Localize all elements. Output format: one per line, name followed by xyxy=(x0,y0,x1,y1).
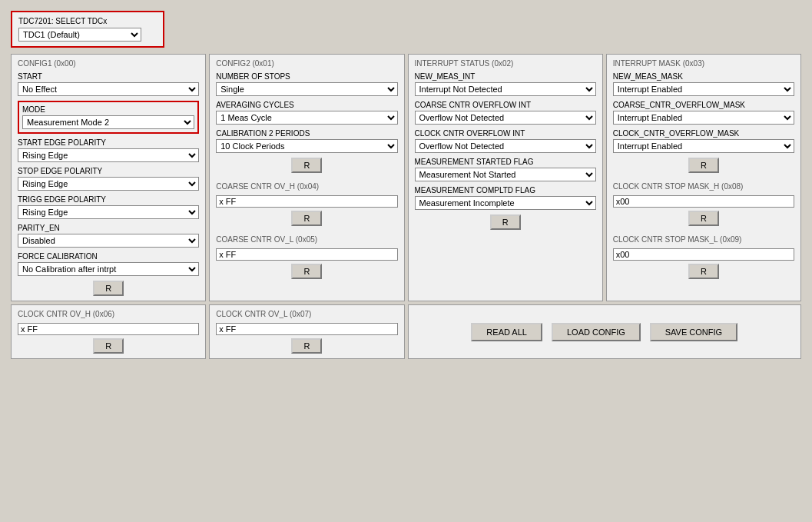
cal2-periods-label: CALIBRATION 2 PERIODS xyxy=(216,129,397,138)
start-field: START No Effect Rising Edge Falling Edge xyxy=(18,72,199,96)
interrupt-status-title: INTERRUPT STATUS (0x02) xyxy=(415,59,596,68)
clock-cntr-ov-l-title: CLOCK CNTR OV_L (0x07) xyxy=(216,310,397,318)
stop-edge-polarity-field: STOP EDGE POLARITY Rising Edge Falling E… xyxy=(18,167,199,191)
bottom-actions-panel: READ ALL LOAD CONFIG SAVE CONFIG xyxy=(408,304,802,359)
config1-title: CONFIG1 (0x00) xyxy=(18,59,199,68)
cal2-periods-select[interactable]: 2 Clock Periods 10 Clock Periods 20 Cloc… xyxy=(216,139,397,153)
measurement-started-flag-select[interactable]: Measurement Not Started Measurement Star… xyxy=(415,168,596,181)
force-calibration-select[interactable]: No Calibration after intrpt Calibration … xyxy=(18,262,199,276)
coarse-cntr-ov-l-group: COARSE CNTR OV_L (0x05) R xyxy=(216,235,397,279)
clock-cntr-stop-mask-l-input[interactable] xyxy=(613,248,794,261)
clock-cntr-overflow-int-label: CLOCK CNTR OVERFLOW INT xyxy=(415,129,596,138)
coarse-cntr-ov-l-r-button[interactable]: R xyxy=(291,264,322,279)
interrupt-status-panel: INTERRUPT STATUS (0x02) NEW_MEAS_INT Int… xyxy=(408,54,603,301)
clock-cntr-ov-h-input[interactable] xyxy=(18,323,199,335)
mode-label: MODE xyxy=(22,105,194,114)
coarse-cntr-ov-h-input[interactable] xyxy=(216,195,397,208)
avg-cycles-select[interactable]: 1 Meas Cycle 2 Meas Cycles 4 Meas Cycles xyxy=(216,111,397,125)
trigg-edge-polarity-field: TRIGG EDGE POLARITY Rising Edge Falling … xyxy=(18,195,199,219)
config1-panel: CONFIG1 (0x00) START No Effect Rising Ed… xyxy=(11,54,206,301)
start-edge-polarity-field: START EDGE POLARITY Rising Edge Falling … xyxy=(18,138,199,162)
clock-cntr-overflow-mask-label: CLOCK_CNTR_OVERFLOW_MASK xyxy=(613,129,794,138)
interrupt-status-r-button[interactable]: R xyxy=(490,214,521,230)
stop-edge-polarity-label: STOP EDGE POLARITY xyxy=(18,167,199,175)
interrupt-mask-panel: INTERRUPT MASK (0x03) NEW_MEAS_MASK Inte… xyxy=(606,54,801,301)
new-meas-int-select[interactable]: Interrupt Not Detected Interrupt Detecte… xyxy=(415,82,596,96)
avg-cycles-field: AVERAGING CYCLES 1 Meas Cycle 2 Meas Cyc… xyxy=(216,101,397,125)
start-select[interactable]: No Effect Rising Edge Falling Edge xyxy=(18,82,199,96)
coarse-cntr-overflow-int-label: COARSE CNTR OVERFLOW INT xyxy=(415,101,596,109)
measurement-compltd-flag-select[interactable]: Measurement Incomplete Measurement Compl… xyxy=(415,196,596,210)
clock-cntr-stop-mask-l-group: CLOCK CNTR STOP MASK_L (0x09) R xyxy=(613,235,794,279)
clock-cntr-overflow-int-select[interactable]: Overflow Not Detected Overflow Detected xyxy=(415,139,596,153)
clock-cntr-stop-mask-h-input[interactable] xyxy=(613,195,794,208)
config2-panel: CONFIG2 (0x01) NUMBER OF STOPS Single 2 … xyxy=(209,54,404,301)
new-meas-mask-select[interactable]: Interrupt Enabled Interrupt Disabled xyxy=(613,82,794,96)
avg-cycles-label: AVERAGING CYCLES xyxy=(216,101,397,109)
new-meas-mask-field: NEW_MEAS_MASK Interrupt Enabled Interrup… xyxy=(613,72,794,96)
config1-r-button[interactable]: R xyxy=(93,281,124,296)
num-stops-select[interactable]: Single 2 Stops 3 Stops xyxy=(216,82,397,96)
start-edge-polarity-select[interactable]: Rising Edge Falling Edge xyxy=(18,148,199,162)
clock-cntr-stop-mask-h-title: CLOCK CNTR STOP MASK_H (0x08) xyxy=(613,182,794,191)
start-label: START xyxy=(18,72,199,81)
clock-cntr-ov-h-r-button[interactable]: R xyxy=(93,338,124,354)
bottom-row: CLOCK CNTR OV_H (0x06) R CLOCK CNTR OV_L… xyxy=(11,304,801,359)
mode-field: MODE Measurement Mode 1 Measurement Mode… xyxy=(22,105,194,129)
clock-cntr-stop-mask-h-group: CLOCK CNTR STOP MASK_H (0x08) R xyxy=(613,182,794,226)
clock-cntr-ov-h-panel: CLOCK CNTR OV_H (0x06) R xyxy=(11,304,206,359)
measurement-started-flag-label: MEASUREMENT STARTED FLAG xyxy=(415,158,596,166)
clock-cntr-stop-mask-l-title: CLOCK CNTR STOP MASK_L (0x09) xyxy=(613,235,794,244)
coarse-cntr-overflow-mask-field: COARSE_CNTR_OVERFLOW_MASK Interrupt Enab… xyxy=(613,101,794,125)
new-meas-int-field: NEW_MEAS_INT Interrupt Not Detected Inte… xyxy=(415,72,596,96)
force-calibration-field: FORCE CALIBRATION No Calibration after i… xyxy=(18,252,199,276)
mode-select[interactable]: Measurement Mode 1 Measurement Mode 2 xyxy=(22,115,194,129)
coarse-cntr-ov-l-input[interactable] xyxy=(216,248,397,261)
start-edge-polarity-label: START EDGE POLARITY xyxy=(18,138,199,147)
main-container: TDC7201: SELECT TDCx TDC1 (Default) TDC2… xyxy=(6,6,806,364)
coarse-cntr-ov-h-title: COARSE CNTR OV_H (0x04) xyxy=(216,182,397,191)
load-config-button[interactable]: LOAD CONFIG xyxy=(552,323,641,341)
parity-en-select[interactable]: Disabled Enabled xyxy=(18,234,199,248)
new-meas-mask-label: NEW_MEAS_MASK xyxy=(613,72,794,81)
num-stops-field: NUMBER OF STOPS Single 2 Stops 3 Stops xyxy=(216,72,397,96)
interrupt-mask-title: INTERRUPT MASK (0x03) xyxy=(613,59,794,68)
coarse-cntr-overflow-int-select[interactable]: Overflow Not Detected Overflow Detected xyxy=(415,111,596,125)
clock-cntr-overflow-mask-field: CLOCK_CNTR_OVERFLOW_MASK Interrupt Enabl… xyxy=(613,129,794,153)
save-config-button[interactable]: SAVE CONFIG xyxy=(650,323,737,341)
main-grid: CONFIG1 (0x00) START No Effect Rising Ed… xyxy=(11,54,801,301)
clock-cntr-overflow-mask-select[interactable]: Interrupt Enabled Interrupt Disabled xyxy=(613,139,794,153)
new-meas-int-label: NEW_MEAS_INT xyxy=(415,72,596,81)
mode-box: MODE Measurement Mode 1 Measurement Mode… xyxy=(18,101,199,134)
tdc-selector-label: TDC7201: SELECT TDCx xyxy=(18,17,157,25)
coarse-cntr-overflow-int-field: COARSE CNTR OVERFLOW INT Overflow Not De… xyxy=(415,101,596,125)
clock-cntr-stop-mask-h-r-button[interactable]: R xyxy=(688,211,719,226)
num-stops-label: NUMBER OF STOPS xyxy=(216,72,397,81)
tdc-selector-box: TDC7201: SELECT TDCx TDC1 (Default) TDC2 xyxy=(11,11,164,48)
clock-cntr-ov-l-panel: CLOCK CNTR OV_L (0x07) R xyxy=(209,304,404,359)
measurement-compltd-flag-field: MEASUREMENT COMPLTD FLAG Measurement Inc… xyxy=(415,186,596,210)
interrupt-mask-r-button[interactable]: R xyxy=(688,158,719,173)
config2-title: CONFIG2 (0x01) xyxy=(216,59,397,68)
trigg-edge-polarity-label: TRIGG EDGE POLARITY xyxy=(18,195,199,204)
measurement-started-flag-field: MEASUREMENT STARTED FLAG Measurement Not… xyxy=(415,158,596,181)
clock-cntr-stop-mask-l-r-button[interactable]: R xyxy=(688,264,719,279)
clock-cntr-ov-h-title: CLOCK CNTR OV_H (0x06) xyxy=(18,310,199,318)
cal2-periods-field: CALIBRATION 2 PERIODS 2 Clock Periods 10… xyxy=(216,129,397,153)
parity-en-field: PARITY_EN Disabled Enabled xyxy=(18,224,199,248)
tdc-selector-select[interactable]: TDC1 (Default) TDC2 xyxy=(18,28,141,42)
clock-cntr-ov-l-input[interactable] xyxy=(216,323,397,335)
parity-en-label: PARITY_EN xyxy=(18,224,199,232)
clock-cntr-overflow-int-field: CLOCK CNTR OVERFLOW INT Overflow Not Det… xyxy=(415,129,596,153)
coarse-cntr-ov-h-r-button[interactable]: R xyxy=(291,211,322,226)
coarse-cntr-overflow-mask-label: COARSE_CNTR_OVERFLOW_MASK xyxy=(613,101,794,109)
coarse-cntr-overflow-mask-select[interactable]: Interrupt Enabled Interrupt Disabled xyxy=(613,111,794,125)
stop-edge-polarity-select[interactable]: Rising Edge Falling Edge xyxy=(18,177,199,191)
measurement-compltd-flag-label: MEASUREMENT COMPLTD FLAG xyxy=(415,186,596,195)
config2-r-button[interactable]: R xyxy=(291,158,322,173)
clock-cntr-ov-l-r-button[interactable]: R xyxy=(291,338,322,354)
read-all-button[interactable]: READ ALL xyxy=(471,323,542,341)
trigg-edge-polarity-select[interactable]: Rising Edge Falling Edge xyxy=(18,205,199,219)
coarse-cntr-ov-l-title: COARSE CNTR OV_L (0x05) xyxy=(216,235,397,244)
force-calibration-label: FORCE CALIBRATION xyxy=(18,252,199,261)
